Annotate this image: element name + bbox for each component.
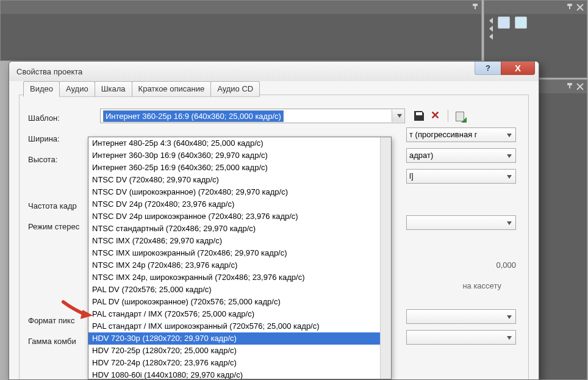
tab-audiocd[interactable]: Аудио CD (210, 81, 260, 97)
height-label: Высота: (28, 151, 95, 164)
dropdown-option[interactable]: HDV 720-25p (1280x720; 25,000 кадр/с) (88, 345, 391, 357)
tab-audio[interactable]: Аудио (59, 81, 95, 97)
close-icon[interactable] (576, 82, 584, 91)
dropdown-option[interactable]: NTSC IMX (720x486; 29,970 кадр/с) (88, 235, 391, 247)
template-label: Шаблон: (28, 110, 95, 123)
framerate-label: Частота кадр (28, 198, 95, 210)
dropdown-option[interactable]: PAL стандарт / IMX широкоэкранный (720x5… (88, 320, 391, 332)
tab-ruler[interactable]: Шкала (95, 81, 132, 97)
template-dropdown-list[interactable]: Интернет 480-25p 4:3 (640x480; 25,000 ка… (88, 137, 392, 379)
dialog-title: Свойства проекта (16, 67, 82, 76)
numeric-value: 0,000 (473, 260, 516, 270)
dropdown-option[interactable]: NTSC IMX широкоэкранный (720x486; 29,970… (88, 247, 391, 259)
panel-arrow-group[interactable] (488, 16, 493, 40)
dropdown-option[interactable]: Интернет 360-30p 16:9 (640x360; 29,970 к… (88, 149, 391, 162)
dropdown-option[interactable]: PAL DV (широкоэкранное) (720x576; 25,000… (88, 296, 391, 308)
stereo-combo[interactable] (406, 215, 516, 230)
template-combo[interactable]: Интернет 360-25p 16:9 (640x360; 25,000 к… (100, 109, 405, 123)
dropdown-option[interactable]: NTSC DV 24p (720x480; 23,976 кадр/с) (88, 198, 391, 210)
pin-icon[interactable] (471, 4, 479, 11)
template-combo-value: Интернет 360-25p 16:9 (640x360; 25,000 к… (103, 110, 284, 122)
width-label: Ширина: (28, 131, 95, 143)
svg-marker-0 (81, 310, 93, 319)
annotation-arrow-icon (61, 298, 95, 322)
gamma-label: Гамма комби (28, 333, 95, 346)
dropdown-option[interactable]: PAL стандарт / IMX (720x576; 25,000 кадр… (88, 308, 391, 320)
save-template-icon[interactable] (414, 110, 425, 121)
dropdown-option[interactable]: HDV 720-30p (1280x720; 29,970 кадр/с) (88, 332, 391, 345)
field-order-combo[interactable]: т (прогрессивная г (406, 127, 516, 142)
stereo-label: Режим стерес (28, 218, 95, 231)
tab-strip: Видео Аудио Шкала Краткое описание Аудио… (23, 81, 528, 97)
dropdown-option[interactable]: HDV 1080-60i (1440x1080; 29,970 кадр/с) (88, 369, 391, 379)
help-button[interactable]: ? (475, 62, 501, 75)
chevron-down-icon[interactable] (392, 110, 404, 122)
monitor-icon[interactable] (515, 16, 527, 29)
dropdown-scrollbar[interactable] (380, 137, 391, 379)
dropdown-option[interactable]: Интернет 480-25p 4:3 (640x480; 25,000 ка… (88, 137, 391, 149)
pin-icon[interactable] (566, 83, 573, 90)
dropdown-option[interactable]: NTSC IMX 24p (720x486; 23,976 кадр/с) (88, 259, 391, 271)
dropdown-option[interactable]: NTSC DV 24p широкоэкранное (720x480; 23,… (88, 210, 391, 223)
dropdown-option[interactable]: Интернет 360-25p 16:9 (640x360; 25,000 к… (88, 162, 391, 174)
pixel-aspect-combo[interactable]: адрат) (406, 148, 516, 163)
dropdown-option[interactable]: NTSC DV (широкоэкранное) (720x480; 29,97… (88, 186, 391, 198)
toolbar-divider (448, 110, 448, 122)
tab-video[interactable]: Видео (23, 81, 60, 97)
cursor-icon[interactable] (498, 16, 510, 29)
gamma-combo[interactable] (406, 330, 516, 345)
dropdown-option[interactable]: HDV 720-24p (1280x720; 23,976 кадр/с) (88, 357, 391, 369)
close-icon[interactable] (576, 3, 584, 12)
output-rotation-combo[interactable]: l] (406, 169, 516, 184)
delete-template-icon[interactable]: ✕ (431, 110, 442, 121)
pin-icon[interactable] (566, 4, 573, 11)
tab-summary[interactable]: Краткое описание (132, 81, 212, 97)
close-button[interactable]: X (501, 62, 535, 75)
dropdown-option[interactable]: PAL DV (720x576; 25,000 кадр/с) (88, 284, 391, 296)
dropdown-option[interactable]: NTSC IMX 24p, широкоэкранный (720x486; 2… (88, 271, 391, 284)
title-bar: Свойства проекта ? X (9, 62, 539, 81)
pixel-format-combo[interactable] (406, 309, 516, 324)
background-panel-left (0, 0, 482, 61)
dropdown-option[interactable]: NTSC стандартный (720x486; 29,970 кадр/с… (88, 223, 391, 235)
tape-label: на кассету (462, 281, 501, 290)
import-template-icon[interactable] (454, 110, 465, 121)
dropdown-option[interactable]: NTSC DV (720x480; 29,970 кадр/с) (88, 174, 391, 186)
